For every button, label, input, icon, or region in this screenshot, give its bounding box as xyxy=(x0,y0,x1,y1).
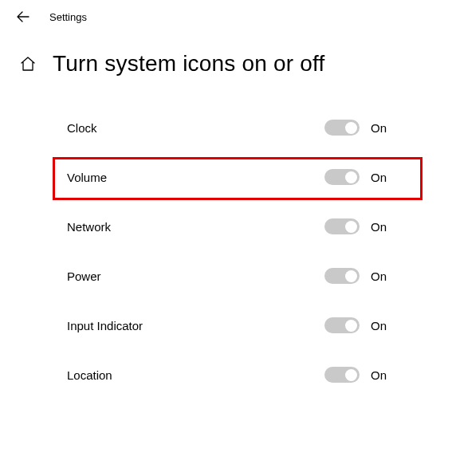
page-title: Turn system icons on or off xyxy=(53,51,325,77)
toggle-input-indicator[interactable] xyxy=(324,317,360,333)
item-label: Location xyxy=(67,368,324,382)
item-label: Input Indicator xyxy=(67,319,324,332)
toggle-volume[interactable] xyxy=(324,169,360,185)
window-title: Settings xyxy=(49,11,87,23)
system-icons-list: Clock On Volume On Network On Power On I… xyxy=(0,85,452,395)
item-label: Network xyxy=(67,220,324,234)
arrow-left-icon xyxy=(17,10,29,23)
home-icon xyxy=(20,56,36,72)
toggle-power[interactable] xyxy=(324,268,360,284)
list-item: Volume On xyxy=(67,156,412,198)
toggle-state-label: On xyxy=(371,220,387,234)
toggle-location[interactable] xyxy=(324,367,360,383)
toggle-knob-icon xyxy=(345,122,357,134)
toggle-state-label: On xyxy=(371,368,387,382)
list-item: Network On xyxy=(67,206,412,247)
toggle-knob-icon xyxy=(345,221,357,233)
item-label: Volume xyxy=(67,171,324,184)
toggle-knob-icon xyxy=(345,369,357,381)
toggle-state-label: On xyxy=(371,269,387,283)
back-button[interactable] xyxy=(16,10,30,24)
titlebar: Settings xyxy=(0,0,452,33)
list-item: Input Indicator On xyxy=(67,305,412,346)
page-header: Turn system icons on or off xyxy=(0,33,452,85)
toggle-knob-icon xyxy=(345,320,357,332)
toggle-knob-icon xyxy=(345,171,357,183)
list-item: Power On xyxy=(67,255,412,297)
item-label: Clock xyxy=(67,121,324,135)
list-item: Location On xyxy=(67,354,412,395)
toggle-state-label: On xyxy=(371,171,387,184)
toggle-knob-icon xyxy=(345,270,357,282)
toggle-state-label: On xyxy=(371,121,387,135)
home-button[interactable] xyxy=(19,55,37,73)
list-item: Clock On xyxy=(67,107,412,148)
toggle-clock[interactable] xyxy=(324,120,360,136)
item-label: Power xyxy=(67,269,324,283)
toggle-network[interactable] xyxy=(324,218,360,234)
toggle-state-label: On xyxy=(371,319,387,332)
